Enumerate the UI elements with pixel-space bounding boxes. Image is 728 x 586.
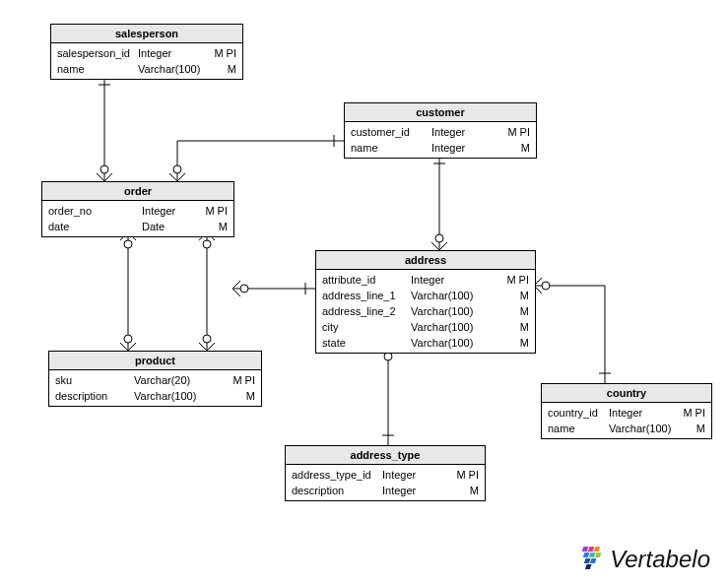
entity-title: product [49,352,261,370]
vertabelo-logo: Vertabelo [574,545,710,574]
entity-customer[interactable]: customer customer_idIntegerM PI nameInte… [344,102,537,159]
svg-rect-12 [594,547,601,552]
vertabelo-logo-text: Vertabelo [610,546,710,573]
entity-columns: salesperson_idIntegerM PI nameVarchar(10… [51,43,242,79]
entity-columns: order_noIntegerM PI dateDateM [42,201,233,236]
entity-title: address_type [286,446,485,465]
entity-title: country [542,384,711,403]
entity-columns: attribute_idIntegerM PI address_line_1Va… [316,270,535,353]
svg-point-0 [100,165,108,173]
entity-order[interactable]: order order_noIntegerM PI dateDateM [41,181,234,237]
svg-point-1 [173,165,181,173]
entity-title: salesperson [51,25,242,43]
entity-title: order [42,182,233,201]
svg-rect-11 [588,547,595,552]
entity-title: customer [345,103,536,122]
entity-columns: customer_idIntegerM PI nameIntegerM [345,122,536,158]
svg-point-9 [384,353,392,360]
svg-rect-17 [590,558,597,563]
entity-salesperson[interactable]: salesperson salesperson_idIntegerM PI na… [50,24,243,80]
svg-point-4 [124,335,132,343]
svg-point-7 [240,285,248,293]
svg-rect-16 [584,558,591,563]
entity-columns: skuVarchar(20)M PI descriptionVarchar(10… [49,370,261,406]
svg-rect-18 [585,564,592,569]
entity-columns: country_idIntegerM PI nameVarchar(100)M [542,403,711,438]
svg-rect-15 [595,553,602,557]
svg-point-8 [542,282,550,290]
svg-point-5 [203,240,211,248]
entity-address-type[interactable]: address_type address_type_idIntegerM PI … [285,445,486,501]
er-diagram-canvas: salesperson salesperson_idIntegerM PI na… [0,0,728,586]
svg-rect-13 [583,553,590,557]
entity-address[interactable]: address attribute_idIntegerM PI address_… [315,250,536,354]
svg-point-3 [124,240,132,248]
svg-point-2 [435,234,443,242]
entity-country[interactable]: country country_idIntegerM PI nameVarcha… [541,383,712,439]
vertabelo-logo-icon [574,545,604,574]
entity-columns: address_type_idIntegerM PI descriptionIn… [286,465,485,500]
entity-product[interactable]: product skuVarchar(20)M PI descriptionVa… [48,351,262,407]
entity-title: address [316,251,535,270]
svg-rect-10 [582,547,589,552]
svg-rect-14 [589,553,596,557]
svg-point-6 [203,335,211,343]
